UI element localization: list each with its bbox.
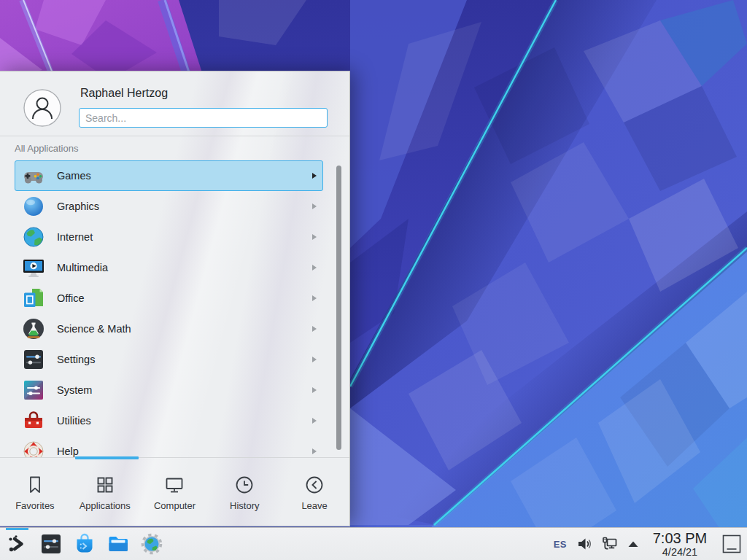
digital-clock[interactable]: 7:03 PM 4/24/21 bbox=[649, 531, 711, 558]
tab-applications[interactable]: Applications bbox=[70, 458, 140, 526]
menu-item-settings[interactable]: Settings bbox=[15, 344, 323, 375]
clock-icon bbox=[234, 475, 255, 495]
taskbar-launchers bbox=[0, 532, 163, 556]
games-icon bbox=[22, 164, 45, 187]
submenu-arrow-icon bbox=[312, 357, 317, 362]
active-tab-indicator bbox=[75, 456, 139, 459]
help-icon bbox=[22, 440, 45, 457]
keyboard-layout-indicator[interactable]: ES bbox=[554, 539, 567, 550]
submenu-arrow-icon bbox=[312, 173, 317, 179]
applications-list: Games Graphics bbox=[0, 159, 349, 457]
clock-time: 7:03 PM bbox=[649, 531, 711, 545]
submenu-arrow-icon bbox=[312, 448, 317, 454]
settings-icon bbox=[22, 348, 45, 371]
user-name: Raphael Hertzog bbox=[80, 87, 168, 100]
bookmark-icon bbox=[25, 475, 45, 495]
graphics-icon bbox=[22, 195, 45, 218]
menu-item-internet[interactable]: Internet bbox=[15, 222, 323, 252]
app-grid-icon bbox=[95, 475, 115, 495]
discover-bag-icon[interactable] bbox=[73, 532, 96, 556]
launcher-header: Raphael Hertzog bbox=[0, 71, 349, 136]
menu-item-help[interactable]: Help bbox=[15, 436, 323, 457]
globe-gear-icon[interactable] bbox=[140, 532, 163, 556]
section-label: All Applications bbox=[0, 136, 349, 159]
launcher-active-indicator bbox=[6, 528, 28, 530]
internet-icon bbox=[22, 225, 45, 249]
menu-item-utilities[interactable]: Utilities bbox=[15, 405, 323, 436]
desktop: Raphael Hertzog All Applications Games bbox=[0, 0, 747, 560]
system-settings-icon[interactable] bbox=[39, 532, 63, 556]
menu-item-science-math[interactable]: Science & Math bbox=[15, 314, 323, 344]
submenu-arrow-icon bbox=[312, 203, 317, 209]
system-icon bbox=[22, 378, 45, 402]
submenu-arrow-icon bbox=[312, 265, 317, 271]
utilities-icon bbox=[22, 409, 45, 432]
search-input[interactable] bbox=[79, 108, 328, 128]
submenu-arrow-icon bbox=[312, 418, 317, 424]
menu-item-games[interactable]: Games bbox=[15, 160, 323, 191]
tab-computer[interactable]: Computer bbox=[140, 458, 210, 526]
submenu-arrow-icon bbox=[312, 295, 317, 301]
tab-favorites[interactable]: Favorites bbox=[0, 458, 70, 526]
user-avatar-icon[interactable] bbox=[23, 89, 61, 127]
submenu-arrow-icon bbox=[312, 234, 317, 240]
kickoff-icon[interactable] bbox=[6, 532, 29, 556]
show-desktop-icon[interactable] bbox=[721, 534, 742, 554]
science-icon bbox=[22, 317, 45, 341]
system-tray: ES bbox=[554, 536, 639, 552]
leave-icon bbox=[304, 475, 325, 495]
submenu-arrow-icon bbox=[312, 326, 317, 332]
menu-item-office[interactable]: Office bbox=[15, 283, 323, 314]
application-launcher-menu: Raphael Hertzog All Applications Games bbox=[0, 71, 350, 526]
menu-item-graphics[interactable]: Graphics bbox=[15, 191, 323, 222]
expand-tray-caret-icon[interactable] bbox=[627, 540, 639, 548]
computer-icon bbox=[164, 475, 185, 495]
tab-history[interactable]: History bbox=[209, 458, 279, 526]
office-icon bbox=[22, 287, 45, 310]
network-icon[interactable] bbox=[602, 536, 618, 552]
launcher-tab-bar: Favorites Applications bbox=[0, 458, 349, 526]
clock-date: 4/24/21 bbox=[649, 547, 711, 558]
list-scrollbar[interactable] bbox=[336, 166, 341, 450]
multimedia-icon bbox=[22, 256, 45, 279]
menu-item-system[interactable]: System bbox=[15, 375, 323, 405]
taskbar: ES 7:03 PM 4/24/21 bbox=[0, 527, 747, 560]
folder-icon[interactable] bbox=[107, 532, 130, 556]
tab-leave[interactable]: Leave bbox=[279, 458, 349, 526]
volume-icon[interactable] bbox=[576, 536, 592, 552]
menu-item-multimedia[interactable]: Multimedia bbox=[15, 252, 323, 283]
submenu-arrow-icon bbox=[312, 387, 317, 393]
